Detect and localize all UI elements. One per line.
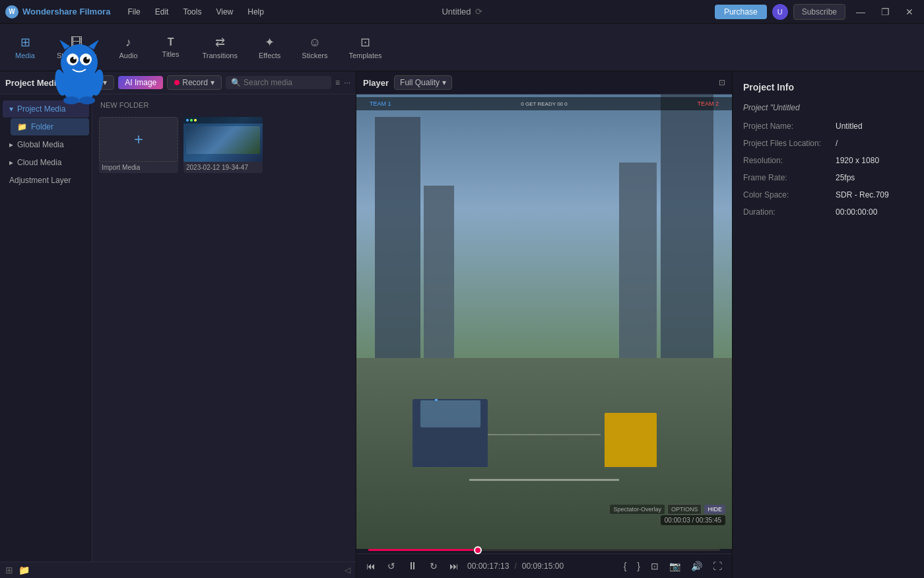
menu-edit[interactable]: Edit <box>148 5 176 19</box>
collapse-panel-icon[interactable]: ◁ <box>345 565 350 575</box>
left-panel: Project Media Import ▾ AI Image Record ▾… <box>0 71 356 578</box>
menu-file[interactable]: File <box>121 5 147 19</box>
media-icon: ⊞ <box>20 35 30 50</box>
titles-label: Titles <box>162 50 180 58</box>
record-button[interactable]: Record ▾ <box>167 75 222 90</box>
more-options-icon[interactable]: ··· <box>344 78 350 87</box>
toolbar-stickers[interactable]: ☺ Stickers <box>292 32 337 63</box>
toolbar-transitions[interactable]: ⇄ Transitions <box>193 31 247 63</box>
fast-forward-button[interactable]: ↻ <box>426 559 441 573</box>
quality-chevron-icon: ▾ <box>442 78 446 87</box>
import-media-thumb[interactable]: + Import Media <box>99 117 178 173</box>
main-toolbar: ⊞ Media 🎞 Stock Media ♪ Audio T Titles ⇄… <box>0 24 924 71</box>
media-toolbar: Project Media Import ▾ AI Image Record ▾… <box>0 71 356 94</box>
quality-select[interactable]: Full Quality ▾ <box>394 75 452 90</box>
crop-button[interactable]: ⊡ <box>647 559 662 573</box>
close-button[interactable]: ✕ <box>900 4 919 20</box>
add-media-icon[interactable]: ⊞ <box>5 565 13 575</box>
plus-icon: + <box>134 130 143 149</box>
window-controls: Purchase U Subscribe — ❐ ✕ <box>715 4 919 20</box>
minimize-button[interactable]: — <box>851 4 871 20</box>
info-row-name: Project Name: Untitled <box>743 122 913 131</box>
player-scrub-bar <box>356 549 732 554</box>
stickers-label: Stickers <box>302 52 327 59</box>
mark-out-button[interactable]: } <box>634 559 644 573</box>
toolbar-audio[interactable]: ♪ Audio <box>109 32 148 63</box>
toolbar-titles[interactable]: T Titles <box>151 32 191 62</box>
menu-tools[interactable]: Tools <box>176 5 208 19</box>
info-row-duration: Duration: 00:00:00:00 <box>743 207 913 217</box>
folder-create-icon[interactable]: 📁 <box>18 565 30 575</box>
info-row-location: Project Files Location: / <box>743 139 913 148</box>
sidebar-arrow-cloud: ▸ <box>9 158 13 167</box>
record-dot-icon <box>174 80 180 85</box>
audio-icon: ♪ <box>125 36 131 50</box>
project-media-title: Project Media <box>5 78 67 88</box>
screen-ui-bar <box>183 117 263 124</box>
purchase-button[interactable]: Purchase <box>715 5 767 19</box>
rewind-button[interactable]: ↺ <box>384 559 399 573</box>
player-settings-icon[interactable]: ⊡ <box>719 78 725 87</box>
options-badge[interactable]: OPTIONS <box>667 504 702 515</box>
video-clip-thumb[interactable]: 2023-02-12 19-34-47 <box>183 117 263 173</box>
sidebar-label-global: Global Media <box>17 140 64 149</box>
skip-to-end-button[interactable]: ⏭ <box>446 559 462 573</box>
fullscreen-button[interactable]: ⛶ <box>710 559 725 573</box>
sidebar-item-project[interactable]: ▾ Project Media <box>3 100 89 118</box>
left-bottom-controls: ⊞ 📁 ◁ <box>0 561 356 578</box>
project-title: Untitled <box>442 7 471 17</box>
clip-thumbnail <box>183 117 263 162</box>
skip-to-start-button[interactable]: ⏮ <box>363 559 379 573</box>
info-key-resolution: Resolution: <box>743 156 836 165</box>
hide-badge[interactable]: HIDE <box>704 505 725 514</box>
app-icon: W <box>5 5 18 18</box>
sidebar-arrow-global: ▸ <box>9 140 13 149</box>
import-button[interactable]: Import ▾ <box>71 75 114 90</box>
menu-view[interactable]: View <box>209 5 240 19</box>
ai-image-button[interactable]: AI Image <box>118 76 163 89</box>
maximize-button[interactable]: ❐ <box>876 4 895 20</box>
mark-in-button[interactable]: { <box>620 559 630 573</box>
car-light <box>435 399 438 401</box>
filter-icon[interactable]: ≡ <box>335 78 340 87</box>
record-label: Record <box>182 78 208 87</box>
toolbar-stock-media[interactable]: 🎞 Stock Media <box>48 32 106 63</box>
sidebar-item-adjustment[interactable]: Adjustment Layer <box>3 172 89 189</box>
scrub-track[interactable] <box>368 549 720 551</box>
info-val-framerate: 25fps <box>836 173 855 182</box>
left-content: ▾ Project Media 📁 Folder ▸ Global Media … <box>0 94 356 561</box>
hud-score: 0 GET READY 00 0 <box>521 101 567 107</box>
sidebar-label-project: Project Media <box>17 104 65 114</box>
snapshot-button[interactable]: 📷 <box>666 559 684 573</box>
subscribe-button[interactable]: Subscribe <box>793 4 845 20</box>
screen-dot-1 <box>186 119 189 122</box>
title-bar: W Wondershare Filmora File Edit Tools Vi… <box>0 0 924 24</box>
media-toolbar-icons: ≡ ··· <box>335 78 350 87</box>
toolbar-effects[interactable]: ✦ Effects <box>249 31 290 63</box>
sidebar-label-adjustment: Adjustment Layer <box>9 176 71 185</box>
toolbar-media[interactable]: ⊞ Media <box>5 31 45 63</box>
sidebar-item-global[interactable]: ▸ Global Media <box>3 136 89 153</box>
user-avatar[interactable]: U <box>772 4 788 20</box>
player-toolbar-right: ⊡ <box>719 78 725 87</box>
search-input[interactable] <box>244 78 326 87</box>
player-toolbar: Player Full Quality ▾ ⊡ <box>356 71 732 94</box>
menu-help[interactable]: Help <box>241 5 271 19</box>
info-val-name: Untitled <box>836 122 863 131</box>
current-time: 00:00:17:13 <box>467 561 509 571</box>
pause-button[interactable]: ⏸ <box>404 558 421 574</box>
folder-icon: 📁 <box>17 122 27 131</box>
building-2 <box>424 186 454 367</box>
hud-team2: TEAM 2 <box>697 100 719 107</box>
import-placeholder[interactable]: + <box>99 117 178 162</box>
toolbar-templates[interactable]: ⊡ Templates <box>339 31 391 63</box>
building-3 <box>661 94 713 367</box>
import-media-label: Import Media <box>99 162 178 173</box>
volume-button[interactable]: 🔊 <box>688 559 706 573</box>
scrub-handle[interactable] <box>474 546 482 554</box>
sidebar-item-folder[interactable]: 📁 Folder <box>11 118 89 135</box>
main-body: Project Media Import ▾ AI Image Record ▾… <box>0 71 924 578</box>
record-chevron-icon: ▾ <box>211 78 214 87</box>
refresh-icon: ⟳ <box>475 7 482 17</box>
sidebar-item-cloud[interactable]: ▸ Cloud Media <box>3 154 89 171</box>
